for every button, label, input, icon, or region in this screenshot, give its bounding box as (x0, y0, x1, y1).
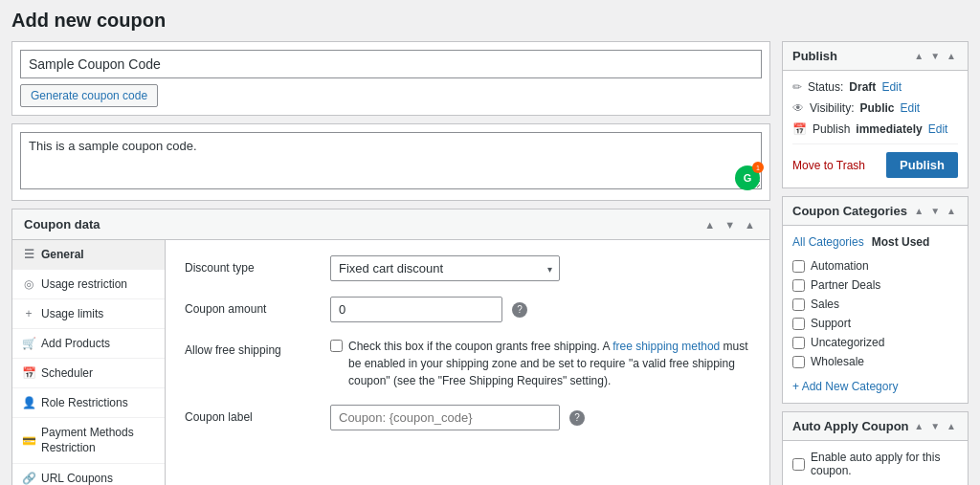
usage-limits-icon: + (22, 307, 35, 320)
coupon-sidebar-nav: ☰ General ◎ Usage restriction + Usage li… (12, 240, 166, 485)
panel-down-btn[interactable]: ▼ (722, 218, 738, 231)
auto-apply-row: Enable auto apply for this coupon. (792, 451, 958, 477)
coupon-amount-input[interactable] (330, 297, 502, 322)
coupon-label-field: ? (330, 405, 750, 430)
category-checkbox-partner-deals[interactable] (792, 279, 805, 292)
publish-widget-body: ✏ Status: Draft Edit 👁 Visibility: Publi… (783, 71, 968, 187)
sidebar-item-usage-limits[interactable]: + Usage limits (12, 299, 165, 329)
visibility-edit-link[interactable]: Edit (900, 101, 920, 115)
categories-down-btn[interactable]: ▼ (928, 205, 942, 217)
publish-up-btn[interactable]: ▲ (912, 50, 925, 62)
coupon-data-title: Coupon data (24, 217, 100, 231)
categories-expand-btn[interactable]: ▲ (945, 205, 958, 217)
sidebar-item-role-restrictions[interactable]: 👤 Role Restrictions (12, 388, 165, 418)
publish-expand-btn[interactable]: ▲ (945, 50, 958, 62)
coupon-label-row: Coupon label ? (185, 405, 750, 430)
free-shipping-method-link[interactable]: free shipping method (612, 340, 720, 353)
categories-tabs-row: All Categories Most Used (792, 235, 958, 249)
url-coupons-icon: 🔗 (22, 472, 35, 485)
coupon-label-label: Coupon label (185, 405, 319, 424)
panel-expand-btn[interactable]: ▲ (742, 218, 758, 231)
description-textarea[interactable]: This is a sample coupon code. (20, 132, 762, 189)
coupon-data-panel: Coupon data ▲ ▼ ▲ ☰ General (11, 209, 770, 485)
page-title: Add new coupon (11, 10, 969, 32)
panel-up-btn[interactable]: ▲ (702, 218, 718, 231)
free-shipping-checkbox[interactable] (330, 340, 343, 352)
status-value: Draft (849, 80, 876, 94)
free-shipping-field: Check this box if the coupon grants free… (330, 338, 750, 389)
category-item-partner-deals: Partner Deals (792, 276, 958, 295)
visibility-label: Visibility: (810, 101, 854, 115)
auto-apply-widget-body: Enable auto apply for this coupon. (783, 441, 968, 485)
publish-time-label: Publish (813, 122, 850, 136)
category-checkbox-uncategorized[interactable] (792, 337, 805, 349)
general-icon: ☰ (22, 248, 35, 261)
coupon-data-body: ☰ General ◎ Usage restriction + Usage li… (12, 240, 769, 485)
categories-up-btn[interactable]: ▲ (912, 205, 925, 217)
publish-status-row: ✏ Status: Draft Edit (792, 80, 958, 94)
move-to-trash-link[interactable]: Move to Trash (792, 159, 865, 172)
discount-type-select[interactable]: Percentage discount Fixed cart discount … (330, 255, 560, 281)
scheduler-icon: 📅 (22, 366, 35, 380)
coupon-amount-label: Coupon amount (185, 297, 319, 316)
coupon-label-input[interactable] (330, 405, 560, 430)
all-categories-tab[interactable]: All Categories (792, 235, 864, 249)
free-shipping-row: Allow free shipping Check this box if th… (185, 338, 750, 389)
categories-widget-title: Coupon Categories (792, 204, 907, 218)
publish-widget-controls: ▲ ▼ ▲ (912, 50, 958, 62)
publish-time-edit-link[interactable]: Edit (928, 122, 948, 136)
category-list: Automation Partner Deals Sales Supp (792, 256, 958, 371)
publish-button[interactable]: Publish (886, 152, 958, 178)
grammarly-icon: G (744, 172, 752, 184)
discount-type-select-wrapper: Percentage discount Fixed cart discount … (330, 255, 560, 281)
categories-widget-header: Coupon Categories ▲ ▼ ▲ (783, 197, 968, 226)
discount-type-row: Discount type Percentage discount Fixed … (185, 255, 750, 281)
visibility-value: Public (859, 101, 894, 115)
status-label: Status: (808, 80, 843, 94)
description-box: This is a sample coupon code. G 1 (11, 123, 770, 201)
sidebar-item-payment-methods[interactable]: 💳 Payment Methods Restriction (12, 418, 165, 464)
category-item-automation: Automation (792, 256, 958, 276)
sidebar-item-scheduler[interactable]: 📅 Scheduler (12, 359, 165, 388)
most-used-tab[interactable]: Most Used (872, 235, 930, 249)
publish-widget-title: Publish (792, 49, 837, 63)
discount-type-field: Percentage discount Fixed cart discount … (330, 255, 750, 281)
usage-restriction-icon: ◎ (22, 277, 35, 291)
sidebar-item-usage-restriction[interactable]: ◎ Usage restriction (12, 270, 165, 299)
coupon-label-help-icon[interactable]: ? (569, 410, 585, 426)
publish-actions: Move to Trash Publish (792, 143, 958, 178)
coupon-data-header: Coupon data ▲ ▼ ▲ (12, 209, 769, 240)
coupon-amount-help-icon[interactable]: ? (512, 302, 527, 318)
coupon-code-input[interactable] (20, 50, 762, 78)
auto-apply-expand-btn[interactable]: ▲ (945, 420, 958, 432)
sidebar-item-url-coupons[interactable]: 🔗 URL Coupons (12, 464, 165, 485)
category-item-uncategorized: Uncategorized (792, 333, 958, 352)
publish-time-value: immediately (856, 122, 922, 136)
sidebar-item-general[interactable]: ☰ General (12, 240, 165, 270)
sidebar-item-add-products[interactable]: 🛒 Add Products (12, 329, 165, 359)
category-checkbox-wholesale[interactable] (792, 356, 805, 368)
category-checkbox-sales[interactable] (792, 298, 805, 311)
coupon-code-box: Generate coupon code (11, 41, 770, 116)
general-tab-content: Discount type Percentage discount Fixed … (166, 240, 769, 485)
auto-apply-widget: Auto Apply Coupon ▲ ▼ ▲ Enable auto appl… (782, 411, 969, 485)
auto-apply-down-btn[interactable]: ▼ (928, 420, 942, 432)
auto-apply-widget-title: Auto Apply Coupon (792, 419, 909, 433)
auto-apply-up-btn[interactable]: ▲ (912, 420, 925, 432)
category-checkbox-support[interactable] (792, 318, 805, 330)
categories-widget-body: All Categories Most Used Automation Part… (783, 226, 968, 403)
auto-apply-checkbox[interactable] (792, 458, 805, 471)
category-item-support: Support (792, 314, 958, 333)
grammarly-badge: 1 (752, 162, 764, 173)
publish-down-btn[interactable]: ▼ (928, 50, 942, 62)
calendar-icon: 📅 (792, 122, 807, 136)
free-shipping-label: Allow free shipping (185, 338, 319, 357)
status-edit-link[interactable]: Edit (881, 80, 902, 94)
free-shipping-checkbox-label: Check this box if the coupon grants free… (348, 338, 750, 389)
generate-coupon-button[interactable]: Generate coupon code (20, 84, 158, 107)
add-new-category-link[interactable]: + Add New Category (792, 380, 898, 393)
add-products-icon: 🛒 (22, 337, 35, 350)
category-item-wholesale: Wholesale (792, 352, 958, 371)
publish-time-row: 📅 Publish immediately Edit (792, 122, 958, 136)
category-checkbox-automation[interactable] (792, 260, 805, 273)
